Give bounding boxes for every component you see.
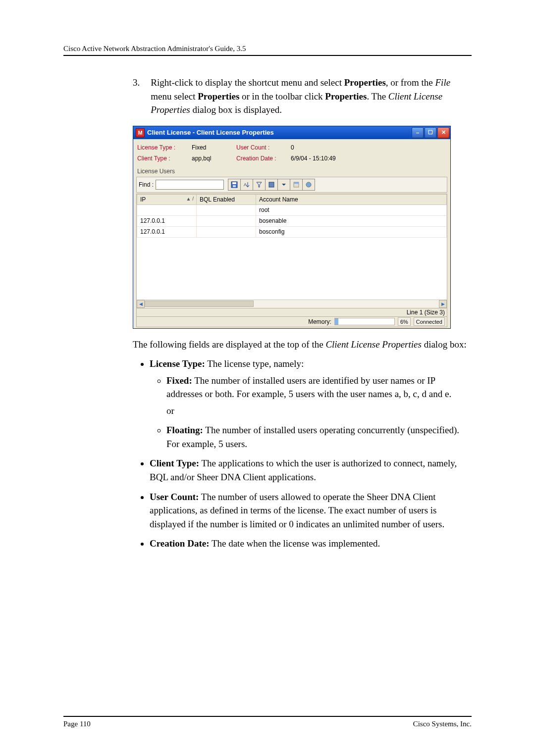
cell-acct: bosconfig: [256, 226, 447, 237]
svg-rect-2: [233, 185, 236, 187]
table-row[interactable]: 127.0.0.1 bosconfig: [137, 226, 447, 237]
maximize-button[interactable]: ☐: [425, 127, 436, 138]
table-row[interactable]: root: [137, 204, 447, 215]
creation-date-label: Creation Date :: [236, 155, 291, 162]
client-type-value: app,bql: [192, 155, 236, 162]
cell-acct: bosenable: [256, 215, 447, 226]
scroll-left-icon[interactable]: ◀: [137, 300, 145, 308]
list-item: Client Type: The applications to which t…: [150, 456, 472, 484]
col-bql[interactable]: BQL Enabled: [197, 194, 256, 204]
scroll-right-icon[interactable]: ▶: [439, 300, 447, 308]
cell-ip: [137, 204, 197, 215]
scroll-thumb[interactable]: [145, 301, 254, 307]
t: Properties: [325, 91, 367, 101]
cell-ip: 127.0.0.1: [137, 226, 197, 237]
license-users-group-label: License Users: [136, 167, 447, 176]
dropdown-icon[interactable]: [277, 179, 290, 191]
svg-rect-6: [294, 182, 299, 184]
minimize-button[interactable]: –: [412, 127, 424, 138]
t: dialog box is displayed.: [190, 104, 282, 115]
cell-bql: [197, 204, 256, 215]
fields-list: License Type: The license type, namely: …: [133, 357, 472, 551]
license-type-value: Fixed: [192, 144, 236, 151]
user-count-value: 0: [291, 144, 294, 151]
client-type-label: Client Type :: [137, 155, 192, 162]
sort-icon[interactable]: A: [240, 179, 253, 191]
list-item: Fixed: The number of installed users are…: [166, 374, 472, 418]
table-row[interactable]: 127.0.0.1 bosenable: [137, 215, 447, 226]
toolbar: Find : A: [136, 177, 447, 193]
t: or in the toolbar click: [239, 91, 325, 101]
find-input[interactable]: [156, 180, 224, 190]
list-item: License Type: The license type, namely: …: [150, 357, 472, 451]
t: The number of installed users operating …: [166, 425, 459, 449]
svg-point-7: [306, 182, 311, 187]
list-item: User Count: The number of users allowed …: [150, 490, 472, 531]
step-text: Right-click to display the shortcut menu…: [151, 76, 472, 117]
status-dot-icon[interactable]: [302, 179, 315, 191]
properties-icon[interactable]: [290, 179, 303, 191]
t: User Count:: [150, 492, 199, 502]
fields-intro: The following fields are displayed at th…: [133, 338, 472, 352]
fields-panel: License Type : Fixed User Count : 0 Clie…: [136, 141, 447, 167]
t: The number of installed users are identi…: [166, 375, 451, 400]
panel-icon[interactable]: [265, 179, 278, 191]
memory-label: Memory:: [308, 318, 331, 325]
license-type-label: License Type :: [137, 144, 192, 151]
scroll-track[interactable]: [145, 300, 439, 308]
memory-bar: [334, 318, 395, 325]
t: The license type, namely:: [205, 358, 304, 369]
doc-header: Cisco Active Network Abstraction Adminis…: [63, 45, 472, 55]
t: Creation Date:: [150, 538, 209, 549]
t: License Type:: [150, 358, 205, 369]
footer-left: Page 110: [63, 720, 91, 728]
memory-percent: 6%: [398, 317, 411, 326]
cell-bql: [197, 226, 256, 237]
footer-right: Cisco Systems, Inc.: [413, 720, 472, 728]
t: menu select: [151, 91, 198, 101]
t: Fixed:: [166, 375, 192, 386]
cell-bql: [197, 215, 256, 226]
cell-ip: 127.0.0.1: [137, 215, 197, 226]
svg-rect-1: [232, 182, 236, 184]
t: File: [435, 77, 451, 88]
svg-rect-4: [269, 182, 274, 187]
list-item: Creation Date: The date when the license…: [150, 537, 472, 551]
t: Client Type:: [150, 458, 199, 468]
t: Floating:: [166, 425, 203, 435]
col-ip[interactable]: IP ▲ /: [137, 194, 197, 204]
t: The following fields are displayed at th…: [133, 339, 325, 350]
client-license-window: M Client License - Client License Proper…: [133, 126, 451, 329]
page-footer: Page 110 Cisco Systems, Inc.: [63, 716, 472, 728]
close-button[interactable]: ✕: [437, 127, 449, 138]
find-label: Find :: [139, 181, 154, 188]
sort-indicator-icon: ▲ /: [186, 196, 194, 202]
t: Properties: [198, 91, 239, 101]
t: Right-click to display the shortcut menu…: [151, 77, 344, 88]
header-separator: [63, 55, 472, 56]
svg-text:A: A: [244, 182, 247, 187]
filter-icon[interactable]: [253, 179, 266, 191]
step-number: 3.: [133, 76, 140, 117]
status-bar: Memory: 6% Connected: [136, 317, 447, 327]
save-icon[interactable]: [228, 179, 241, 191]
col-account[interactable]: Account Name: [256, 194, 447, 204]
horizontal-scrollbar[interactable]: ◀ ▶: [137, 300, 447, 308]
t: , or from the: [386, 77, 435, 88]
app-icon: M: [136, 128, 145, 137]
creation-date-value: 6/9/04 - 15:10:49: [291, 155, 336, 162]
connection-status: Connected: [414, 317, 445, 326]
step-3: 3. Right-click to display the shortcut m…: [133, 76, 472, 117]
t: dialog box:: [422, 339, 467, 350]
or-text: or: [166, 404, 472, 418]
col-ip-label: IP: [140, 196, 146, 203]
t: . The: [367, 91, 388, 101]
list-item: Floating: The number of installed users …: [166, 423, 472, 451]
cell-acct: root: [256, 204, 447, 215]
t: The date when the license was implemente…: [209, 538, 380, 549]
line-counter: Line 1 (Size 3): [136, 308, 447, 317]
t: Properties: [344, 77, 386, 88]
titlebar[interactable]: M Client License - Client License Proper…: [133, 126, 450, 139]
license-users-table: IP ▲ / BQL Enabled Account Name: [136, 194, 447, 308]
user-count-label: User Count :: [236, 144, 291, 151]
